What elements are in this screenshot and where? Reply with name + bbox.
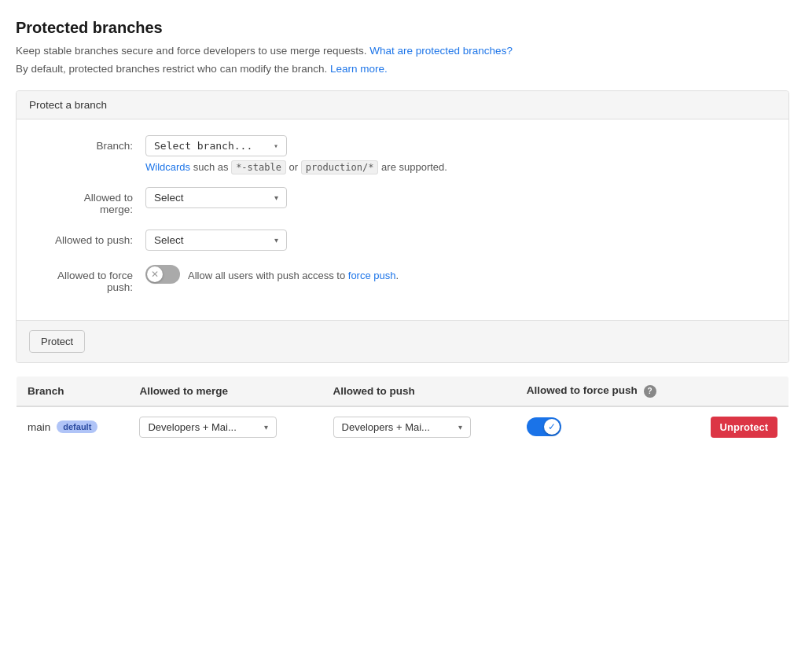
allowed-push-label: Allowed to push:: [35, 230, 145, 246]
col-force: Allowed to force push ?: [516, 376, 700, 406]
allowed-merge-field: Select ▾: [145, 187, 770, 208]
force-cell: ✓: [516, 406, 700, 448]
force-push-help-icon[interactable]: ?: [644, 385, 656, 398]
force-push-link[interactable]: force push: [348, 270, 396, 281]
protect-box-body: Branch: Select branch... ▾ Wildcards suc…: [17, 119, 788, 320]
learn-more-link[interactable]: Learn more.: [330, 63, 388, 75]
allowed-merge-select[interactable]: Select ▾: [145, 187, 287, 208]
wildcard-note: Wildcards such as *-stable or production…: [145, 161, 770, 173]
push-cell-chevron-icon: ▾: [458, 423, 462, 431]
branch-field: Select branch... ▾ Wildcards such as *-s…: [145, 135, 770, 173]
branch-label: Branch:: [35, 135, 145, 152]
wildcards-link[interactable]: Wildcards: [145, 161, 190, 173]
force-push-toggle-desc: Allow all users with push access to forc…: [188, 268, 399, 281]
protect-box-header: Protect a branch: [17, 91, 788, 119]
merge-cell-chevron-icon: ▾: [264, 423, 268, 431]
default-badge: default: [57, 420, 97, 433]
merge-chevron-icon: ▾: [274, 193, 278, 202]
merge-cell: Developers + Mai... ▾: [128, 406, 322, 448]
branch-select[interactable]: Select branch... ▾: [145, 135, 287, 156]
wildcard-code2: production/*: [301, 160, 379, 174]
allowed-merge-row: Allowed tomerge: Select ▾: [35, 187, 770, 215]
force-push-row-toggle-knob: ✓: [544, 419, 560, 435]
force-push-toggle-wrap: ✕ Allow all users with push access to fo…: [145, 265, 770, 284]
branch-name-wrap: main default: [28, 420, 117, 433]
merge-select[interactable]: Developers + Mai... ▾: [139, 417, 277, 438]
force-push-row-toggle[interactable]: ✓: [527, 417, 561, 436]
branch-chevron-icon: ▾: [274, 141, 278, 150]
push-select[interactable]: Developers + Mai... ▾: [333, 417, 471, 438]
push-cell: Developers + Mai... ▾: [322, 406, 516, 448]
col-push: Allowed to push: [322, 376, 516, 406]
protected-branches-link[interactable]: What are protected branches?: [369, 45, 513, 57]
allowed-push-field: Select ▾: [145, 230, 770, 251]
branch-row: Branch: Select branch... ▾ Wildcards suc…: [35, 135, 770, 173]
default-text: By default, protected branches restrict …: [16, 63, 789, 75]
allowed-force-push-row: Allowed to forcepush: ✕ Allow all users …: [35, 265, 770, 293]
push-chevron-icon: ▾: [274, 236, 278, 244]
force-push-toggle-knob: ✕: [147, 266, 163, 282]
allowed-push-row: Allowed to push: Select ▾: [35, 230, 770, 251]
col-merge: Allowed to merge: [128, 376, 322, 406]
unprotect-button[interactable]: Unprotect: [711, 417, 777, 438]
protect-button[interactable]: Protect: [29, 330, 85, 353]
page-title: Protected branches: [16, 19, 789, 37]
col-branch: Branch: [17, 376, 129, 406]
branch-name-text: main: [28, 421, 50, 433]
table-header-row: Branch Allowed to merge Allowed to push …: [17, 376, 789, 406]
allowed-merge-label: Allowed tomerge:: [35, 187, 145, 215]
table-body: main default Developers + Mai... ▾ Devel…: [17, 406, 789, 448]
allowed-force-push-field: ✕ Allow all users with push access to fo…: [145, 265, 770, 284]
force-push-toggle[interactable]: ✕: [145, 265, 180, 284]
protect-box-footer: Protect: [17, 320, 788, 362]
protect-branch-box: Protect a branch Branch: Select branch..…: [16, 90, 789, 363]
push-value: Developers + Mai...: [342, 421, 430, 433]
allowed-push-select[interactable]: Select ▾: [145, 230, 287, 251]
table-header: Branch Allowed to merge Allowed to push …: [17, 376, 789, 406]
col-actions: [700, 376, 789, 406]
table-row: main default Developers + Mai... ▾ Devel…: [17, 406, 789, 448]
action-cell: Unprotect: [700, 406, 789, 448]
branch-cell: main default: [17, 406, 129, 448]
branch-table: Branch Allowed to merge Allowed to push …: [16, 376, 789, 448]
wildcard-code1: *-stable: [231, 160, 286, 174]
subtitle-text: Keep stable branches secure and force de…: [16, 45, 789, 57]
allowed-force-push-label: Allowed to forcepush:: [35, 265, 145, 293]
merge-value: Developers + Mai...: [148, 421, 236, 433]
